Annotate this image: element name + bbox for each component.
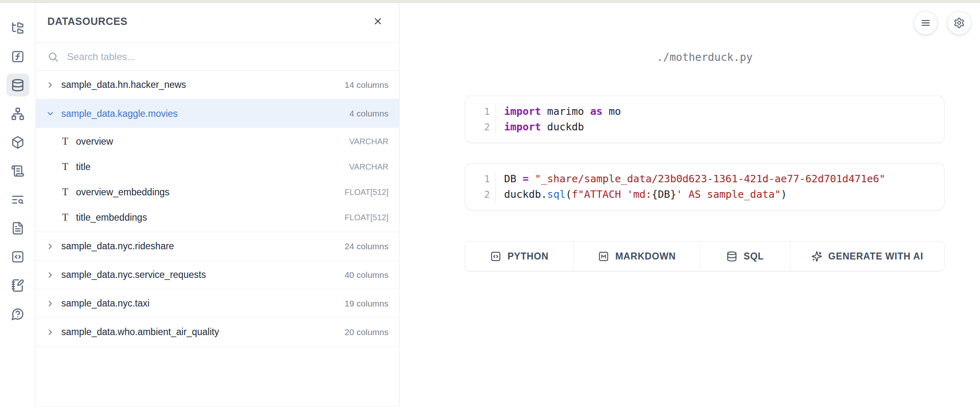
notebook-content: ./motherduck.py 1import marimo as mo2imp… xyxy=(465,51,944,271)
add-markdown-cell-button[interactable]: MARKDOWN xyxy=(574,242,700,271)
notebook-main: ./motherduck.py 1import marimo as mo2imp… xyxy=(400,0,980,407)
sidebar-item-datasources[interactable] xyxy=(7,74,29,96)
table-column-count: 40 columns xyxy=(345,270,388,280)
notebook-filename[interactable]: ./motherduck.py xyxy=(465,51,944,63)
top-actions xyxy=(914,11,971,35)
chevron-right-icon xyxy=(46,81,55,89)
settings-button[interactable] xyxy=(947,11,971,35)
sparkles-icon xyxy=(811,251,822,262)
sidebar-item-documentation[interactable] xyxy=(7,217,29,239)
hamburger-menu-icon xyxy=(920,17,931,29)
table-column-count: 14 columns xyxy=(345,80,388,90)
line-number: 2 xyxy=(473,119,490,135)
generate-with-ai-button[interactable]: GENERATE WITH AI xyxy=(790,242,944,271)
column-name: overview xyxy=(76,136,349,147)
file-text-icon xyxy=(11,221,25,235)
line-number: 1 xyxy=(473,171,490,187)
column-row[interactable]: overviewVARCHAR xyxy=(36,129,399,154)
app-window: DATASOURCES sample_data.hn.hacker_news14… xyxy=(0,0,980,407)
table-search-row xyxy=(36,42,399,71)
cells-container: 1import marimo as mo2import duckdb1DB = … xyxy=(465,96,944,210)
close-panel-button[interactable] xyxy=(369,12,387,30)
column-row[interactable]: titleVARCHAR xyxy=(36,154,399,179)
column-type-icon xyxy=(62,161,76,172)
function-square-icon xyxy=(11,50,25,63)
table-name: sample_data.kaggle.movies xyxy=(61,108,349,119)
table-columns-group: overviewVARCHARtitleVARCHARoverview_embe… xyxy=(36,128,399,232)
network-icon xyxy=(11,107,25,121)
code-line: 2import duckdb xyxy=(473,119,934,135)
scroll-text-icon xyxy=(11,164,25,178)
panel-title: DATASOURCES xyxy=(47,16,127,27)
column-row[interactable]: title_embeddingsFLOAT[512] xyxy=(36,205,399,230)
table-row[interactable]: sample_data.nyc.rideshare24 columns xyxy=(36,232,399,261)
table-name: sample_data.nyc.service_requests xyxy=(61,269,345,280)
column-type-icon xyxy=(62,186,76,198)
table-list: sample_data.hn.hacker_news14 columnssamp… xyxy=(36,71,399,407)
close-icon xyxy=(373,16,383,27)
database-icon xyxy=(11,78,25,92)
column-name: title_embeddings xyxy=(76,212,345,223)
column-row[interactable]: overview_embeddingsFLOAT[512] xyxy=(36,179,399,205)
chevron-right-icon xyxy=(46,271,55,280)
code-line: 1DB = "_share/sample_data/23b0d623-1361-… xyxy=(473,171,934,187)
folder-tree-icon xyxy=(11,21,25,35)
table-name: sample_data.hn.hacker_news xyxy=(61,79,345,90)
column-type-icon xyxy=(62,212,76,223)
add-python-cell-button[interactable]: PYTHON xyxy=(465,242,574,271)
table-row[interactable]: sample_data.nyc.service_requests40 colum… xyxy=(36,261,399,289)
table-column-count: 20 columns xyxy=(345,327,388,337)
table-row[interactable]: sample_data.kaggle.movies4 columns xyxy=(36,99,399,128)
sidebar-item-dependencies[interactable] xyxy=(7,102,29,125)
column-type-icon xyxy=(62,136,76,147)
add-markdown-cell-label: MARKDOWN xyxy=(615,251,676,262)
window-top-strip xyxy=(0,0,980,3)
sidebar-item-packages[interactable] xyxy=(7,131,29,154)
chevron-right-icon xyxy=(46,328,55,337)
chevron-right-icon xyxy=(46,299,55,308)
chevron-right-icon xyxy=(46,242,55,251)
add-sql-cell-button[interactable]: SQL xyxy=(700,242,790,271)
sidebar-item-file-explorer[interactable] xyxy=(7,16,29,39)
message-circle-question-icon xyxy=(11,307,25,321)
notebook-pen-icon xyxy=(11,279,25,292)
chevron-down-icon xyxy=(46,109,55,118)
search-input[interactable] xyxy=(67,51,388,63)
gear-icon xyxy=(953,17,965,29)
table-name: sample_data.nyc.taxi xyxy=(61,298,345,309)
table-row[interactable]: sample_data.who.ambient_air_quality20 co… xyxy=(36,318,399,347)
column-name: title xyxy=(76,161,349,172)
sidebar-item-logs[interactable] xyxy=(7,159,29,182)
notebook-menu-button[interactable] xyxy=(914,11,938,35)
code-text: DB = "_share/sample_data/23b0d623-1361-4… xyxy=(496,171,934,187)
add-cell-toolbar: PYTHONMARKDOWNSQLGENERATE WITH AI xyxy=(465,241,944,271)
column-datatype: FLOAT[512] xyxy=(345,213,388,222)
table-column-count: 19 columns xyxy=(345,299,388,309)
sidebar-item-variables[interactable] xyxy=(7,45,29,68)
add-python-cell-label: PYTHON xyxy=(507,251,549,262)
column-datatype: VARCHAR xyxy=(349,137,388,146)
table-column-count: 4 columns xyxy=(349,109,388,119)
text-search-icon xyxy=(11,193,25,206)
table-name: sample_data.nyc.rideshare xyxy=(61,241,345,252)
sidebar-item-tracebacks[interactable] xyxy=(7,188,29,211)
markdown-square-icon xyxy=(598,251,609,262)
table-row[interactable]: sample_data.nyc.taxi19 columns xyxy=(36,289,399,318)
code-cell[interactable]: 1import marimo as mo2import duckdb xyxy=(465,96,944,143)
table-row[interactable]: sample_data.hn.hacker_news14 columns xyxy=(36,71,399,99)
code-cell[interactable]: 1DB = "_share/sample_data/23b0d623-1361-… xyxy=(465,163,944,210)
activity-bar xyxy=(0,0,36,407)
add-sql-cell-label: SQL xyxy=(743,251,764,262)
search-icon xyxy=(47,51,59,63)
code-square-icon xyxy=(11,250,25,264)
sidebar-item-scratchpad[interactable] xyxy=(7,274,29,297)
code-text: import marimo as mo xyxy=(496,104,934,119)
column-datatype: FLOAT[512] xyxy=(345,188,388,197)
code-text: import duckdb xyxy=(496,119,934,135)
sidebar-item-help[interactable] xyxy=(7,302,29,325)
column-name: overview_embeddings xyxy=(76,187,345,198)
code-line: 2duckdb.sql(f"ATTACH 'md:{DB}' AS sample… xyxy=(473,187,934,202)
sidebar-item-snippets[interactable] xyxy=(7,245,29,268)
table-name: sample_data.who.ambient_air_quality xyxy=(61,326,345,338)
datasources-panel: DATASOURCES sample_data.hn.hacker_news14… xyxy=(36,0,400,407)
